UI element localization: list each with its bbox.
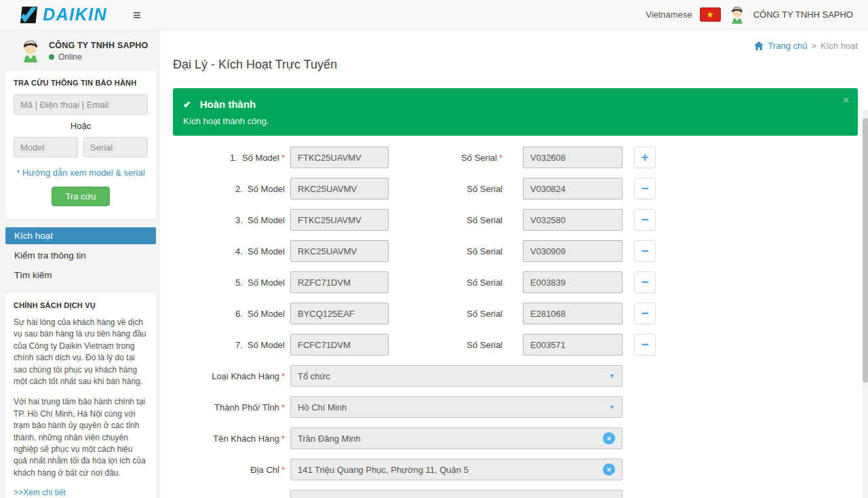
clear-icon[interactable]: × [603, 432, 615, 444]
breadcrumb-home-link[interactable]: Trang chủ [768, 41, 807, 51]
policy-paragraphs: Sự hài lòng của khách hàng về dịch vụ sa… [14, 317, 148, 479]
vietnam-flag-icon[interactable]: ★ [700, 7, 721, 22]
sidebar-user-panel: CÔNG TY TNHH SAPHO Online [5, 35, 156, 71]
field-input[interactable] [290, 490, 623, 498]
lookup-code-input[interactable] [14, 94, 148, 115]
remove-row-button[interactable]: − [634, 303, 656, 324]
device-row: 4. Số ModelSố Serial− [173, 240, 858, 262]
model-label: 4. Số Model [173, 246, 285, 256]
field-select[interactable]: Hồ Chí Minh▼ [290, 396, 623, 418]
page-title: Đại Lý - Kích Hoạt Trực Tuyến [173, 58, 858, 81]
serial-label: Số Serial [389, 246, 502, 256]
serial-label: Số Serial [389, 184, 502, 194]
field-label: Loại Khách Hàng* [173, 371, 285, 381]
required-mark: * [281, 402, 285, 413]
device-row: 3. Số ModelSố Serial− [173, 209, 858, 231]
breadcrumb-separator: > [811, 41, 816, 51]
sidebar: CÔNG TY TNHH SAPHO Online TRA CỨU THÔNG … [0, 30, 161, 498]
sidebar-item[interactable]: Kiểm tra thông tin [5, 247, 156, 264]
activation-form: 1. Số Model*Số Serial*+2. Số ModelSố Ser… [173, 147, 858, 498]
model-input[interactable] [290, 209, 389, 231]
remove-row-button[interactable]: − [634, 209, 656, 231]
serial-label: Số Serial [389, 215, 502, 225]
policy-heading: CHÍNH SÁCH DỊCH VỤ [14, 301, 148, 309]
serial-input[interactable] [523, 271, 623, 293]
policy-link[interactable]: >>Xem chi tiết [14, 488, 148, 497]
scrollbar-thumb[interactable] [863, 118, 868, 383]
breadcrumb-current: Kích hoạt [821, 41, 858, 51]
serial-input[interactable] [523, 147, 623, 168]
remove-row-button[interactable]: − [634, 271, 656, 293]
serial-input[interactable] [523, 178, 623, 199]
serial-label: Số Serial [389, 277, 502, 288]
policy-paragraph: Sự hài lòng của khách hàng về dịch vụ sa… [14, 317, 148, 387]
field-row: Tên Khách Hàng*Trần Đăng Minh× [173, 427, 858, 449]
chevron-down-icon: ▼ [609, 372, 615, 379]
online-status-label: Online [58, 52, 82, 62]
brand-text: DAIKIN [43, 5, 107, 24]
sidebar-user-name: CÔNG TY TNHH SAPHO [49, 41, 148, 50]
serial-input[interactable] [523, 240, 623, 262]
service-policy-card: CHÍNH SÁCH DỊCH VỤ Sự hài lòng của khách… [5, 293, 156, 498]
flag-star: ★ [706, 10, 714, 19]
topbar-user-name[interactable]: CÔNG TY TNHH SAPHO [753, 9, 853, 20]
required-mark: * [281, 465, 285, 475]
success-alert: × ✔ Hoàn thành Kích hoạt thành công. [173, 88, 858, 136]
sidebar-item[interactable]: Kích hoạt [5, 227, 156, 244]
serial-input[interactable] [523, 334, 623, 356]
lookup-serial-input[interactable] [83, 137, 148, 157]
field-value: 141 Triệu Quang Phục, Phường 11, Quận 5 [298, 465, 469, 475]
sidebar-menu: Kích hoạtKiểm tra thông tinTìm kiếm [5, 227, 156, 284]
home-icon[interactable] [754, 41, 764, 50]
model-input[interactable] [290, 240, 389, 262]
model-input[interactable] [290, 303, 389, 324]
field-row: Loại Khách Hàng*Tổ chức▼ [173, 365, 858, 387]
remove-row-button[interactable]: − [634, 178, 656, 199]
chevron-down-icon: ▼ [609, 404, 615, 410]
check-icon: ✔ [183, 99, 191, 110]
device-row: 2. Số ModelSố Serial− [173, 178, 858, 199]
field-label: Tên Khách Hàng* [173, 434, 285, 444]
lookup-model-input[interactable] [14, 137, 78, 157]
alert-close-icon[interactable]: × [843, 95, 849, 106]
user-avatar[interactable] [728, 6, 746, 24]
language-label[interactable]: Vietnamese [646, 9, 692, 20]
model-label: 1. Số Model* [173, 153, 285, 163]
clear-icon[interactable]: × [603, 463, 615, 476]
model-input[interactable] [290, 271, 389, 293]
policy-paragraph: Với hai trung tâm bảo hành chính tại TP.… [14, 396, 148, 479]
warranty-lookup-card: TRA CỨU THÔNG TIN BẢO HÀNH Hoặc * Hướng … [5, 71, 156, 219]
sidebar-user-avatar [19, 39, 42, 62]
field-value: Tổ chức [298, 371, 330, 381]
serial-label: Số Serial* [389, 153, 502, 163]
main-scrollbar[interactable] [863, 110, 868, 498]
field-input[interactable]: 141 Triệu Quang Phục, Phường 11, Quận 5× [290, 459, 623, 480]
field-input[interactable]: Trần Đăng Minh× [290, 427, 623, 449]
device-row: 6. Số ModelSố Serial− [173, 303, 858, 324]
model-input[interactable] [290, 334, 389, 356]
daikin-logo[interactable]: DAIKIN [20, 5, 107, 24]
serial-label: Số Serial [389, 340, 502, 350]
model-label: 3. Số Model [173, 215, 285, 225]
model-input[interactable] [290, 178, 389, 199]
lookup-search-button[interactable]: Tra cứu [52, 187, 109, 206]
serial-input[interactable] [523, 209, 623, 231]
policy-links: >>Xem chi tiết>> Các câu hỏi thường gặp>… [14, 488, 148, 498]
remove-row-button[interactable]: − [634, 240, 656, 262]
model-label: 6. Số Model [173, 309, 285, 319]
model-serial-guide-link[interactable]: * Hướng dẫn xem model & serial [14, 168, 148, 178]
field-select[interactable]: Tổ chức▼ [290, 365, 623, 387]
menu-toggle-icon[interactable]: ≡ [133, 8, 141, 22]
field-row-partial [173, 490, 858, 498]
add-row-button[interactable]: + [634, 147, 656, 168]
alert-message: Kích hoạt thành công. [183, 116, 848, 126]
serial-input[interactable] [523, 303, 623, 324]
online-status-dot [49, 54, 54, 60]
model-input[interactable] [290, 147, 389, 168]
sidebar-item[interactable]: Tìm kiếm [5, 267, 156, 284]
breadcrumb: Trang chủ > Kích hoạt [173, 41, 858, 51]
device-row: 5. Số ModelSố Serial− [173, 271, 858, 293]
top-navbar: DAIKIN ≡ Vietnamese ★ CÔNG TY TNHH SAPHO [0, 0, 868, 30]
device-row: 1. Số Model*Số Serial*+ [173, 147, 858, 168]
remove-row-button[interactable]: − [634, 334, 656, 356]
